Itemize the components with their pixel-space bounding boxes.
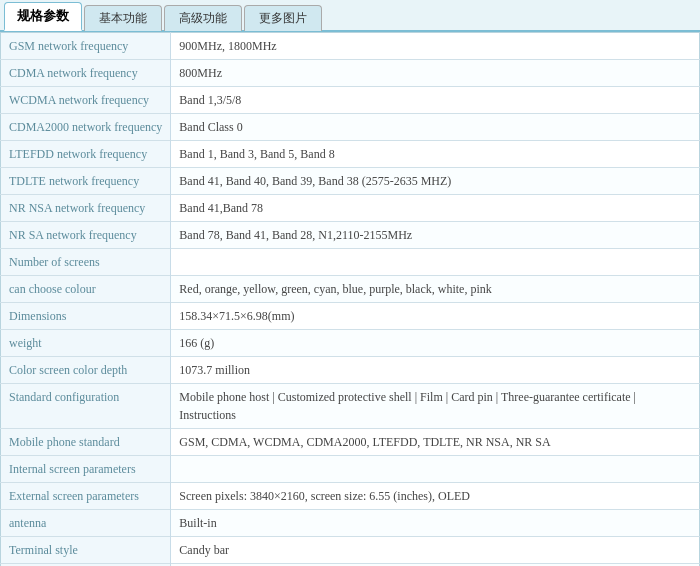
row-value: 800MHz [171, 60, 700, 87]
row-value [171, 249, 700, 276]
row-label: antenna [1, 510, 171, 537]
row-label: NR SA network frequency [1, 222, 171, 249]
table-row: WCDMA network frequencyBand 1,3/5/8 [1, 87, 700, 114]
row-value: Band 41, Band 40, Band 39, Band 38 (2575… [171, 168, 700, 195]
table-row: Standard configurationMobile phone host … [1, 384, 700, 429]
row-value: 166 (g) [171, 330, 700, 357]
tab-photos[interactable]: 更多图片 [244, 5, 322, 31]
table-row: Color screen color depth1073.7 million [1, 357, 700, 384]
row-value: Band Class 0 [171, 114, 700, 141]
table-row: NR NSA network frequencyBand 41,Band 78 [1, 195, 700, 222]
tab-advanced[interactable]: 高级功能 [164, 5, 242, 31]
row-value: Mobile phone host | Customized protectiv… [171, 384, 700, 429]
row-value: Band 1,3/5/8 [171, 87, 700, 114]
row-value: Band 41,Band 78 [171, 195, 700, 222]
row-value: Built-in [171, 510, 700, 537]
row-label: weight [1, 330, 171, 357]
row-label: Mobile phone standard [1, 429, 171, 456]
row-label: Internal screen parameters [1, 456, 171, 483]
row-label: TDLTE network frequency [1, 168, 171, 195]
table-row: GSM network frequency900MHz, 1800MHz [1, 33, 700, 60]
row-value: Band 1, Band 3, Band 5, Band 8 [171, 141, 700, 168]
row-label: External screen parameters [1, 483, 171, 510]
row-value [171, 456, 700, 483]
row-label: NR NSA network frequency [1, 195, 171, 222]
table-row: CDMA2000 network frequencyBand Class 0 [1, 114, 700, 141]
table-row: Internal screen parameters [1, 456, 700, 483]
table-row: Number of screens [1, 249, 700, 276]
tab-specs[interactable]: 规格参数 [4, 2, 82, 31]
table-row: Dimensions158.34×71.5×6.98(mm) [1, 303, 700, 330]
table-row: External screen parametersScreen pixels:… [1, 483, 700, 510]
row-label: WCDMA network frequency [1, 87, 171, 114]
row-value: GSM, CDMA, WCDMA, CDMA2000, LTEFDD, TDLT… [171, 429, 700, 456]
row-value: Band 78, Band 41, Band 28, N1,2110-2155M… [171, 222, 700, 249]
row-label: CDMA2000 network frequency [1, 114, 171, 141]
table-row: Terminal styleCandy bar [1, 537, 700, 564]
table-row: Mobile phone standardGSM, CDMA, WCDMA, C… [1, 429, 700, 456]
row-value: 1073.7 million [171, 357, 700, 384]
row-label: Dimensions [1, 303, 171, 330]
spec-table: GSM network frequency900MHz, 1800MHzCDMA… [0, 32, 700, 566]
row-value: 158.34×71.5×6.98(mm) [171, 303, 700, 330]
row-label: GSM network frequency [1, 33, 171, 60]
tab-basic[interactable]: 基本功能 [84, 5, 162, 31]
row-label: Terminal style [1, 537, 171, 564]
row-label: Color screen color depth [1, 357, 171, 384]
table-row: TDLTE network frequencyBand 41, Band 40,… [1, 168, 700, 195]
table-row: CDMA network frequency800MHz [1, 60, 700, 87]
row-value: Red, orange, yellow, green, cyan, blue, … [171, 276, 700, 303]
row-value: Candy bar [171, 537, 700, 564]
row-label: LTEFDD network frequency [1, 141, 171, 168]
table-row: can choose colourRed, orange, yellow, gr… [1, 276, 700, 303]
row-label: Standard configuration [1, 384, 171, 429]
row-label: can choose colour [1, 276, 171, 303]
tabs-bar: 规格参数 基本功能 高级功能 更多图片 [0, 0, 700, 32]
row-label: Number of screens [1, 249, 171, 276]
row-value: 900MHz, 1800MHz [171, 33, 700, 60]
row-label: CDMA network frequency [1, 60, 171, 87]
table-row: NR SA network frequencyBand 78, Band 41,… [1, 222, 700, 249]
table-row: antennaBuilt-in [1, 510, 700, 537]
table-row: LTEFDD network frequencyBand 1, Band 3, … [1, 141, 700, 168]
row-value: Screen pixels: 3840×2160, screen size: 6… [171, 483, 700, 510]
table-row: weight166 (g) [1, 330, 700, 357]
